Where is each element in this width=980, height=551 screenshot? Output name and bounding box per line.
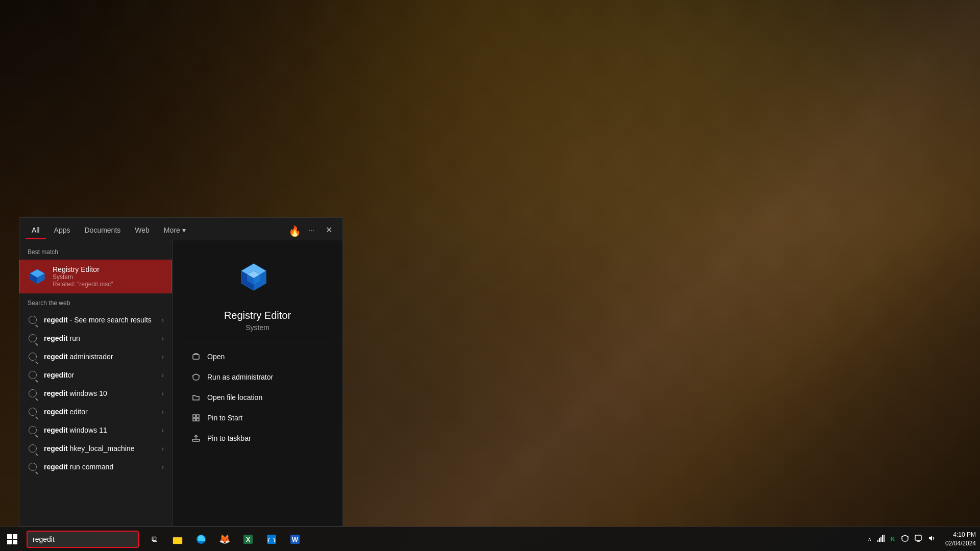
shield-icon	[191, 372, 201, 382]
best-match-text: Registry Editor System Related: "regedit…	[53, 265, 163, 288]
svg-rect-15	[193, 418, 195, 421]
web-result-8[interactable]: regedit run command ›	[19, 458, 172, 476]
arrow-icon-3: ›	[161, 371, 164, 379]
arrow-icon-7: ›	[161, 444, 164, 453]
speaker-icon[interactable]	[926, 534, 937, 544]
excel-button[interactable]: X	[237, 528, 259, 550]
close-button[interactable]: ✕	[322, 222, 336, 240]
svg-rect-33	[915, 535, 921, 540]
best-match-label: Best match	[19, 246, 172, 260]
svg-rect-28	[877, 540, 878, 542]
folder-icon	[191, 392, 201, 403]
search-icon-8	[28, 462, 38, 472]
clock-time: 4:10 PM	[953, 531, 976, 539]
registry-editor-icon	[28, 267, 46, 286]
word-button[interactable]: W	[284, 528, 306, 550]
web-result-5[interactable]: regedit editor ›	[19, 403, 172, 421]
action-open[interactable]: Open	[183, 346, 332, 367]
action-run-as-admin-label: Run as administrator	[207, 373, 273, 381]
pin-taskbar-icon	[191, 433, 201, 443]
arrow-icon-2: ›	[161, 353, 164, 361]
edge-button[interactable]	[190, 528, 212, 550]
ellipsis-button[interactable]: ···	[303, 223, 320, 239]
system-tray: ∧ K	[862, 534, 941, 544]
windows-logo-icon	[7, 534, 17, 544]
svg-rect-13	[193, 415, 195, 417]
network-icon[interactable]	[875, 534, 887, 544]
search-icon-1	[28, 333, 38, 343]
tab-web[interactable]: Web	[129, 223, 156, 239]
panel-divider	[183, 342, 332, 342]
web-result-2[interactable]: regedit administrador ›	[19, 347, 172, 366]
svg-rect-16	[197, 418, 199, 421]
action-open-label: Open	[207, 353, 225, 361]
web-result-text-2: regedit administrador	[44, 353, 155, 361]
svg-rect-14	[197, 415, 199, 417]
task-view-button[interactable]: ⧉	[143, 528, 165, 550]
search-tabs: All Apps Documents Web More ▾ 🔥 ··· ✕	[19, 218, 342, 240]
pin-start-icon	[191, 413, 201, 423]
web-result-6[interactable]: regedit windows 11 ›	[19, 421, 172, 439]
arrow-icon-8: ›	[161, 463, 164, 471]
result-subtitle: System	[53, 273, 163, 281]
action-pin-taskbar-label: Pin to taskbar	[207, 434, 251, 442]
svg-rect-31	[882, 535, 883, 542]
svg-text:{ }: { }	[267, 538, 276, 543]
action-open-file-location[interactable]: Open file location	[183, 387, 332, 408]
app-name-large: Registry Editor	[224, 310, 291, 321]
start-button[interactable]	[0, 527, 24, 552]
system-clock[interactable]: 4:10 PM 02/04/2024	[945, 531, 976, 548]
search-input[interactable]	[33, 535, 133, 543]
web-result-text-4: regedit windows 10	[44, 389, 155, 397]
action-pin-to-start[interactable]: Pin to Start	[183, 408, 332, 428]
taskbar: ⧉ 🦊 X { }	[0, 527, 980, 551]
open-icon	[191, 352, 201, 362]
search-icon-7	[28, 443, 38, 454]
result-title: Registry Editor	[53, 265, 163, 273]
web-result-4[interactable]: regedit windows 10 ›	[19, 384, 172, 403]
file-explorer-button[interactable]	[166, 528, 189, 550]
web-result-text-5: regedit editor	[44, 408, 155, 416]
tab-all[interactable]: All	[26, 223, 46, 239]
tab-more[interactable]: More ▾	[158, 223, 192, 239]
best-match-item[interactable]: Registry Editor System Related: "regedit…	[19, 260, 172, 293]
action-pin-to-taskbar[interactable]: Pin to taskbar	[183, 428, 332, 448]
web-result-1[interactable]: regedit run ›	[19, 329, 172, 347]
search-icon-4	[28, 388, 38, 398]
search-body: Best match Registry Editor System Relate…	[19, 240, 342, 526]
web-result-0[interactable]: regedit - See more search results ›	[19, 311, 172, 329]
app-type-large: System	[246, 323, 270, 332]
svg-rect-12	[193, 355, 199, 359]
svg-text:X: X	[246, 536, 251, 543]
vscode-button[interactable]: { }	[260, 528, 283, 550]
app-detail-panel: Registry Editor System Open	[173, 240, 342, 526]
firefox-button[interactable]: 🦊	[213, 528, 236, 550]
web-result-text-0: regedit - See more search results	[44, 316, 155, 324]
arrow-icon-4: ›	[161, 389, 164, 397]
show-hidden-icons-button[interactable]: ∧	[866, 535, 873, 543]
action-center-icon[interactable]	[913, 534, 924, 544]
svg-rect-29	[879, 538, 880, 542]
svg-rect-17	[192, 439, 200, 441]
arrow-icon-6: ›	[161, 426, 164, 434]
arrow-icon-0: ›	[161, 316, 164, 324]
fire-icon: 🔥	[288, 225, 301, 237]
web-result-3[interactable]: regeditor ›	[19, 366, 172, 384]
search-icon-2	[28, 352, 38, 362]
action-run-as-admin[interactable]: Run as administrator	[183, 367, 332, 387]
kaspersky-icon[interactable]: K	[889, 534, 897, 544]
antivirus-icon[interactable]	[899, 534, 911, 544]
web-result-text-3: regeditor	[44, 371, 155, 379]
result-related: Related: "regedit.msc"	[53, 281, 163, 288]
tab-documents[interactable]: Documents	[78, 223, 127, 239]
taskbar-search-box[interactable]	[27, 531, 139, 548]
svg-text:W: W	[292, 536, 299, 543]
svg-rect-20	[173, 538, 182, 544]
svg-rect-30	[880, 537, 881, 542]
search-icon-0	[28, 315, 38, 325]
arrow-icon-1: ›	[161, 334, 164, 342]
svg-rect-32	[884, 535, 885, 542]
tab-apps[interactable]: Apps	[48, 223, 77, 239]
web-result-7[interactable]: regedit hkey_local_machine ›	[19, 439, 172, 458]
web-result-text-1: regedit run	[44, 334, 155, 342]
